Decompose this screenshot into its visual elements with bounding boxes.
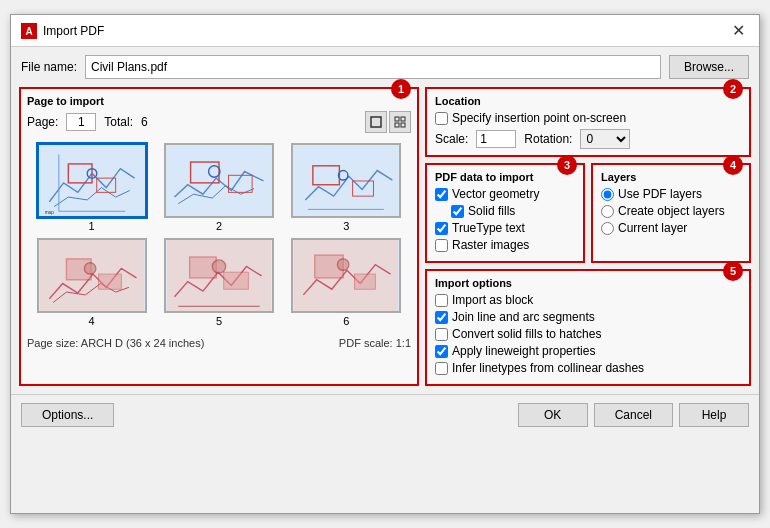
right-panel: Location 2 Specify insertion point on-sc… (425, 87, 751, 386)
specify-row: Specify insertion point on-screen (435, 111, 741, 125)
apply-lineweight-checkbox[interactable] (435, 345, 448, 358)
thumb-svg-5 (166, 240, 272, 311)
use-pdf-layers-radio[interactable] (601, 188, 614, 201)
import-as-block-checkbox[interactable] (435, 294, 448, 307)
thumbnail-img-3[interactable] (291, 143, 401, 218)
infer-linetypes-label: Infer linetypes from collinear dashes (452, 361, 644, 375)
solid-fills-checkbox[interactable] (451, 205, 464, 218)
solid-fills-label: Solid fills (468, 204, 515, 218)
apply-lineweight-label: Apply lineweight properties (452, 344, 595, 358)
specify-label: Specify insertion point on-screen (452, 111, 626, 125)
raster-label: Raster images (452, 238, 529, 252)
specify-checkbox[interactable] (435, 112, 448, 125)
scale-row: Scale: Rotation: 0 90 180 270 (435, 129, 741, 149)
thumbnail-img-6[interactable] (291, 238, 401, 313)
import-as-block-row: Import as block (435, 293, 741, 307)
single-view-button[interactable] (365, 111, 387, 133)
svg-rect-3 (395, 117, 399, 121)
join-line-checkbox[interactable] (435, 311, 448, 324)
page-to-import-label: Page to import (27, 95, 411, 107)
convert-fills-label: Convert solid fills to hatches (452, 327, 601, 341)
pdf-solidfills-row: Solid fills (435, 204, 575, 218)
svg-point-26 (84, 263, 95, 274)
thumbnail-label-2: 2 (216, 220, 222, 232)
cancel-button[interactable]: Cancel (594, 403, 673, 427)
location-label: Location (435, 95, 741, 107)
thumbnail-item-2[interactable]: 2 (158, 143, 279, 232)
svg-text:A: A (25, 26, 32, 37)
import-as-block-label: Import as block (452, 293, 533, 307)
thumbnail-item-6[interactable]: 6 (286, 238, 407, 327)
app-icon: A (21, 23, 37, 39)
thumbnails-grid: map 1 (27, 139, 411, 331)
thumbnail-item-4[interactable]: 4 (31, 238, 152, 327)
svg-point-30 (212, 260, 225, 273)
raster-checkbox[interactable] (435, 239, 448, 252)
create-object-layers-radio[interactable] (601, 205, 614, 218)
thumbnail-img-4[interactable] (37, 238, 147, 313)
current-layer-row: Current layer (601, 221, 741, 235)
badge-4: 4 (723, 155, 743, 175)
thumbnail-label-4: 4 (89, 315, 95, 327)
thumbnail-img-1[interactable]: map (37, 143, 147, 218)
page-to-import-panel: Page to import Page: Total: 6 (19, 87, 419, 386)
location-section: Location 2 Specify insertion point on-sc… (425, 87, 751, 157)
current-layer-radio[interactable] (601, 222, 614, 235)
total-value: 6 (141, 115, 148, 129)
import-options-section: Import options 5 Import as block Join li… (425, 269, 751, 386)
svg-rect-29 (224, 272, 249, 289)
thumbnail-img-2[interactable] (164, 143, 274, 218)
ok-button[interactable]: OK (518, 403, 588, 427)
convert-fills-row: Convert solid fills to hatches (435, 327, 741, 341)
thumb-svg-4 (39, 240, 145, 311)
import-options-label: Import options (435, 277, 741, 289)
truetype-checkbox[interactable] (435, 222, 448, 235)
create-object-layers-row: Create object layers (601, 204, 741, 218)
svg-rect-5 (395, 123, 399, 127)
thumbnail-item-3[interactable]: 3 (286, 143, 407, 232)
page-number-input[interactable] (66, 113, 96, 131)
infer-linetypes-checkbox[interactable] (435, 362, 448, 375)
browse-button[interactable]: Browse... (669, 55, 749, 79)
page-info: Page size: ARCH D (36 x 24 inches) PDF s… (27, 337, 411, 349)
svg-rect-32 (294, 240, 398, 311)
vector-geometry-label: Vector geometry (452, 187, 539, 201)
svg-text:map: map (44, 210, 54, 215)
scale-input[interactable] (476, 130, 516, 148)
svg-rect-27 (167, 240, 271, 311)
options-button[interactable]: Options... (21, 403, 114, 427)
thumbnail-item-1[interactable]: map 1 (31, 143, 152, 232)
badge-3: 3 (557, 155, 577, 175)
pdf-layers-row: PDF data to import 3 Vector geometry Sol… (425, 163, 751, 263)
current-layer-label: Current layer (618, 221, 687, 235)
thumb-svg-3 (293, 145, 399, 216)
badge-1: 1 (391, 79, 411, 99)
grid-view-button[interactable] (389, 111, 411, 133)
rotation-label: Rotation: (524, 132, 572, 146)
thumb-svg-2 (166, 145, 272, 216)
title-bar-left: A Import PDF (21, 23, 104, 39)
help-button[interactable]: Help (679, 403, 749, 427)
thumbnail-label-3: 3 (343, 220, 349, 232)
vector-geometry-checkbox[interactable] (435, 188, 448, 201)
infer-linetypes-row: Infer linetypes from collinear dashes (435, 361, 741, 375)
layers-section: Layers 4 Use PDF layers Create object la… (591, 163, 751, 263)
convert-fills-checkbox[interactable] (435, 328, 448, 341)
thumbnail-item-5[interactable]: 5 (158, 238, 279, 327)
page-size-label: Page size: ARCH D (36 x 24 inches) (27, 337, 204, 349)
single-view-icon (370, 116, 382, 128)
svg-rect-6 (401, 123, 405, 127)
pdf-truetype-row: TrueType text (435, 221, 575, 235)
pdf-data-section: PDF data to import 3 Vector geometry Sol… (425, 163, 585, 263)
create-object-layers-label: Create object layers (618, 204, 725, 218)
file-name-input[interactable] (85, 55, 661, 79)
use-pdf-layers-label: Use PDF layers (618, 187, 702, 201)
grid-view-icon (394, 116, 406, 128)
close-button[interactable]: ✕ (728, 21, 749, 40)
rotation-select[interactable]: 0 90 180 270 (580, 129, 630, 149)
bottom-left: Options... (21, 403, 114, 427)
layers-label: Layers (601, 171, 741, 183)
view-buttons (365, 111, 411, 133)
bottom-bar: Options... OK Cancel Help (11, 394, 759, 435)
thumbnail-img-5[interactable] (164, 238, 274, 313)
